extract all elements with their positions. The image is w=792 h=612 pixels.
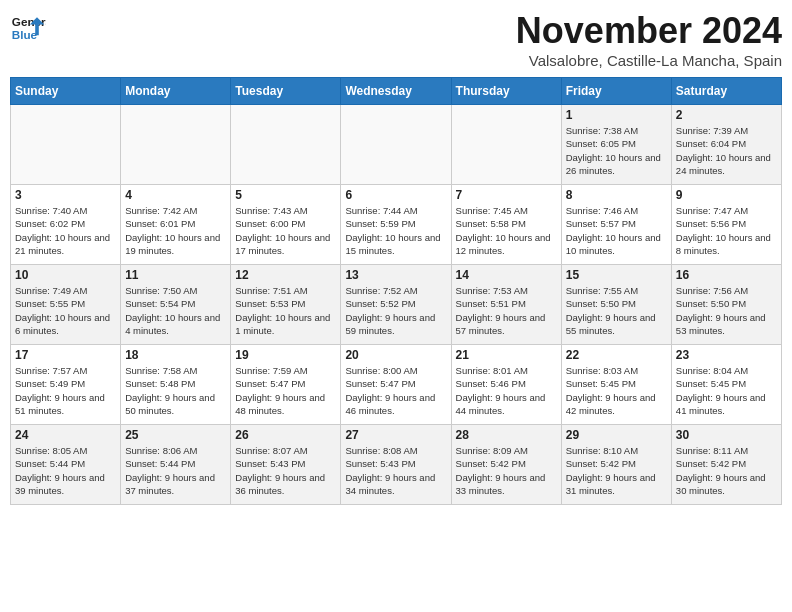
day-info: Sunrise: 7:43 AM Sunset: 6:00 PM Dayligh… xyxy=(235,204,336,257)
day-info: Sunrise: 7:59 AM Sunset: 5:47 PM Dayligh… xyxy=(235,364,336,417)
day-info: Sunrise: 7:58 AM Sunset: 5:48 PM Dayligh… xyxy=(125,364,226,417)
calendar-week-row: 17Sunrise: 7:57 AM Sunset: 5:49 PM Dayli… xyxy=(11,345,782,425)
day-number: 6 xyxy=(345,188,446,202)
day-number: 28 xyxy=(456,428,557,442)
calendar-cell: 23Sunrise: 8:04 AM Sunset: 5:45 PM Dayli… xyxy=(671,345,781,425)
day-number: 24 xyxy=(15,428,116,442)
day-info: Sunrise: 8:04 AM Sunset: 5:45 PM Dayligh… xyxy=(676,364,777,417)
weekday-header: Monday xyxy=(121,78,231,105)
day-number: 25 xyxy=(125,428,226,442)
day-info: Sunrise: 8:09 AM Sunset: 5:42 PM Dayligh… xyxy=(456,444,557,497)
calendar-cell: 21Sunrise: 8:01 AM Sunset: 5:46 PM Dayli… xyxy=(451,345,561,425)
calendar-header-row: SundayMondayTuesdayWednesdayThursdayFrid… xyxy=(11,78,782,105)
weekday-header: Tuesday xyxy=(231,78,341,105)
day-info: Sunrise: 7:45 AM Sunset: 5:58 PM Dayligh… xyxy=(456,204,557,257)
weekday-header: Thursday xyxy=(451,78,561,105)
logo-icon: General Blue xyxy=(10,10,46,46)
day-number: 2 xyxy=(676,108,777,122)
day-info: Sunrise: 7:52 AM Sunset: 5:52 PM Dayligh… xyxy=(345,284,446,337)
day-number: 16 xyxy=(676,268,777,282)
calendar-table: SundayMondayTuesdayWednesdayThursdayFrid… xyxy=(10,77,782,505)
calendar-cell: 27Sunrise: 8:08 AM Sunset: 5:43 PM Dayli… xyxy=(341,425,451,505)
day-info: Sunrise: 7:38 AM Sunset: 6:05 PM Dayligh… xyxy=(566,124,667,177)
day-info: Sunrise: 7:51 AM Sunset: 5:53 PM Dayligh… xyxy=(235,284,336,337)
calendar-cell: 14Sunrise: 7:53 AM Sunset: 5:51 PM Dayli… xyxy=(451,265,561,345)
day-number: 17 xyxy=(15,348,116,362)
day-number: 9 xyxy=(676,188,777,202)
calendar-cell: 15Sunrise: 7:55 AM Sunset: 5:50 PM Dayli… xyxy=(561,265,671,345)
day-info: Sunrise: 7:49 AM Sunset: 5:55 PM Dayligh… xyxy=(15,284,116,337)
day-info: Sunrise: 7:44 AM Sunset: 5:59 PM Dayligh… xyxy=(345,204,446,257)
calendar-cell: 3Sunrise: 7:40 AM Sunset: 6:02 PM Daylig… xyxy=(11,185,121,265)
weekday-header: Wednesday xyxy=(341,78,451,105)
calendar-body: 1Sunrise: 7:38 AM Sunset: 6:05 PM Daylig… xyxy=(11,105,782,505)
calendar-cell: 18Sunrise: 7:58 AM Sunset: 5:48 PM Dayli… xyxy=(121,345,231,425)
day-number: 19 xyxy=(235,348,336,362)
day-info: Sunrise: 8:06 AM Sunset: 5:44 PM Dayligh… xyxy=(125,444,226,497)
calendar-cell: 13Sunrise: 7:52 AM Sunset: 5:52 PM Dayli… xyxy=(341,265,451,345)
day-number: 26 xyxy=(235,428,336,442)
calendar-cell: 12Sunrise: 7:51 AM Sunset: 5:53 PM Dayli… xyxy=(231,265,341,345)
day-number: 1 xyxy=(566,108,667,122)
calendar-cell: 22Sunrise: 8:03 AM Sunset: 5:45 PM Dayli… xyxy=(561,345,671,425)
day-info: Sunrise: 8:00 AM Sunset: 5:47 PM Dayligh… xyxy=(345,364,446,417)
day-number: 14 xyxy=(456,268,557,282)
day-info: Sunrise: 7:56 AM Sunset: 5:50 PM Dayligh… xyxy=(676,284,777,337)
calendar-cell xyxy=(341,105,451,185)
calendar-cell: 25Sunrise: 8:06 AM Sunset: 5:44 PM Dayli… xyxy=(121,425,231,505)
calendar-cell xyxy=(11,105,121,185)
day-number: 10 xyxy=(15,268,116,282)
day-number: 5 xyxy=(235,188,336,202)
calendar-cell: 28Sunrise: 8:09 AM Sunset: 5:42 PM Dayli… xyxy=(451,425,561,505)
day-info: Sunrise: 7:39 AM Sunset: 6:04 PM Dayligh… xyxy=(676,124,777,177)
day-info: Sunrise: 8:11 AM Sunset: 5:42 PM Dayligh… xyxy=(676,444,777,497)
calendar-cell: 4Sunrise: 7:42 AM Sunset: 6:01 PM Daylig… xyxy=(121,185,231,265)
day-number: 23 xyxy=(676,348,777,362)
day-number: 8 xyxy=(566,188,667,202)
calendar-cell: 20Sunrise: 8:00 AM Sunset: 5:47 PM Dayli… xyxy=(341,345,451,425)
weekday-header: Sunday xyxy=(11,78,121,105)
day-info: Sunrise: 8:01 AM Sunset: 5:46 PM Dayligh… xyxy=(456,364,557,417)
calendar-cell: 29Sunrise: 8:10 AM Sunset: 5:42 PM Dayli… xyxy=(561,425,671,505)
day-info: Sunrise: 8:10 AM Sunset: 5:42 PM Dayligh… xyxy=(566,444,667,497)
svg-text:Blue: Blue xyxy=(12,28,38,41)
day-number: 11 xyxy=(125,268,226,282)
calendar-cell xyxy=(231,105,341,185)
day-info: Sunrise: 7:46 AM Sunset: 5:57 PM Dayligh… xyxy=(566,204,667,257)
day-number: 21 xyxy=(456,348,557,362)
day-info: Sunrise: 7:42 AM Sunset: 6:01 PM Dayligh… xyxy=(125,204,226,257)
calendar-cell: 24Sunrise: 8:05 AM Sunset: 5:44 PM Dayli… xyxy=(11,425,121,505)
day-number: 4 xyxy=(125,188,226,202)
calendar-week-row: 1Sunrise: 7:38 AM Sunset: 6:05 PM Daylig… xyxy=(11,105,782,185)
calendar-cell: 11Sunrise: 7:50 AM Sunset: 5:54 PM Dayli… xyxy=(121,265,231,345)
day-number: 3 xyxy=(15,188,116,202)
day-info: Sunrise: 7:40 AM Sunset: 6:02 PM Dayligh… xyxy=(15,204,116,257)
calendar-cell: 5Sunrise: 7:43 AM Sunset: 6:00 PM Daylig… xyxy=(231,185,341,265)
weekday-header: Friday xyxy=(561,78,671,105)
day-info: Sunrise: 8:05 AM Sunset: 5:44 PM Dayligh… xyxy=(15,444,116,497)
calendar-cell: 10Sunrise: 7:49 AM Sunset: 5:55 PM Dayli… xyxy=(11,265,121,345)
calendar-cell xyxy=(451,105,561,185)
weekday-header: Saturday xyxy=(671,78,781,105)
day-number: 7 xyxy=(456,188,557,202)
calendar-cell: 16Sunrise: 7:56 AM Sunset: 5:50 PM Dayli… xyxy=(671,265,781,345)
day-info: Sunrise: 8:03 AM Sunset: 5:45 PM Dayligh… xyxy=(566,364,667,417)
day-info: Sunrise: 8:08 AM Sunset: 5:43 PM Dayligh… xyxy=(345,444,446,497)
calendar-cell: 8Sunrise: 7:46 AM Sunset: 5:57 PM Daylig… xyxy=(561,185,671,265)
day-info: Sunrise: 7:47 AM Sunset: 5:56 PM Dayligh… xyxy=(676,204,777,257)
day-number: 18 xyxy=(125,348,226,362)
title-area: November 2024 Valsalobre, Castille-La Ma… xyxy=(516,10,782,69)
day-number: 20 xyxy=(345,348,446,362)
day-number: 29 xyxy=(566,428,667,442)
calendar-cell xyxy=(121,105,231,185)
day-info: Sunrise: 7:50 AM Sunset: 5:54 PM Dayligh… xyxy=(125,284,226,337)
calendar-cell: 7Sunrise: 7:45 AM Sunset: 5:58 PM Daylig… xyxy=(451,185,561,265)
day-number: 30 xyxy=(676,428,777,442)
day-number: 15 xyxy=(566,268,667,282)
day-number: 22 xyxy=(566,348,667,362)
calendar-week-row: 3Sunrise: 7:40 AM Sunset: 6:02 PM Daylig… xyxy=(11,185,782,265)
calendar-cell: 19Sunrise: 7:59 AM Sunset: 5:47 PM Dayli… xyxy=(231,345,341,425)
calendar-cell: 2Sunrise: 7:39 AM Sunset: 6:04 PM Daylig… xyxy=(671,105,781,185)
calendar-cell: 30Sunrise: 8:11 AM Sunset: 5:42 PM Dayli… xyxy=(671,425,781,505)
day-info: Sunrise: 7:57 AM Sunset: 5:49 PM Dayligh… xyxy=(15,364,116,417)
